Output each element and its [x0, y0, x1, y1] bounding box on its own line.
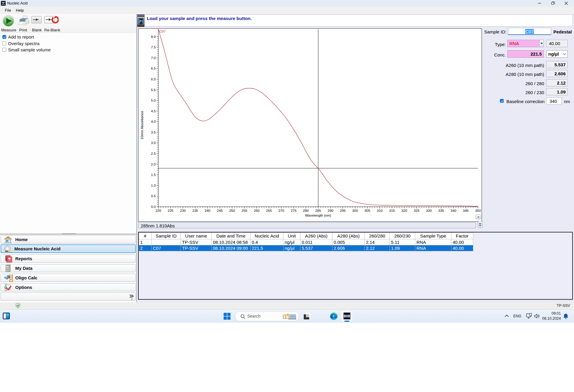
svg-text:2.0: 2.0: [151, 163, 156, 166]
svg-text:300: 300: [352, 209, 358, 212]
svg-text:1.5: 1.5: [151, 173, 156, 177]
svg-text:240: 240: [204, 209, 210, 212]
svg-text:350: 350: [475, 209, 481, 212]
svg-text:5.5: 5.5: [151, 88, 156, 92]
svg-text:3.0: 3.0: [151, 141, 156, 145]
svg-text:320: 320: [402, 209, 407, 212]
svg-text:245: 245: [217, 209, 223, 212]
svg-text:6.5: 6.5: [151, 67, 156, 70]
svg-text:250: 250: [229, 209, 235, 212]
svg-text:345: 345: [463, 209, 468, 212]
svg-text:8.0: 8.0: [151, 35, 156, 39]
svg-text:C07: C07: [159, 30, 166, 33]
svg-text:305: 305: [364, 209, 370, 212]
svg-text:260: 260: [254, 209, 259, 212]
svg-text:10mm Absorbance: 10mm Absorbance: [140, 111, 144, 140]
svg-text:7.5: 7.5: [151, 45, 156, 49]
svg-text:290: 290: [328, 209, 333, 212]
svg-text:225: 225: [168, 209, 173, 212]
svg-text:7.0: 7.0: [151, 56, 156, 60]
svg-text:4.5: 4.5: [151, 109, 156, 113]
svg-text:330: 330: [426, 209, 432, 212]
svg-text:325: 325: [414, 209, 419, 212]
svg-text:255: 255: [242, 209, 247, 212]
svg-text:310: 310: [377, 209, 382, 212]
svg-text:1.0: 1.0: [151, 184, 156, 187]
svg-text:315: 315: [389, 209, 395, 212]
svg-text:265: 265: [266, 209, 272, 212]
svg-text:220: 220: [155, 209, 161, 212]
svg-text:4.0: 4.0: [151, 120, 156, 123]
svg-text:270: 270: [278, 209, 284, 212]
svg-text:285: 285: [315, 209, 321, 212]
svg-text:3.5: 3.5: [151, 131, 156, 134]
svg-text:275: 275: [291, 209, 296, 212]
svg-text:Wavelength (nm): Wavelength (nm): [305, 214, 331, 217]
svg-text:230: 230: [180, 209, 186, 212]
svg-text:235: 235: [192, 209, 198, 212]
svg-text:5.0: 5.0: [151, 99, 156, 102]
svg-text:2.5: 2.5: [151, 152, 156, 155]
svg-text:340: 340: [451, 209, 456, 212]
svg-text:0.0: 0.0: [151, 205, 156, 209]
svg-text:6.0: 6.0: [151, 77, 156, 81]
svg-text:280: 280: [303, 209, 309, 212]
svg-text:295: 295: [340, 209, 346, 212]
svg-text:0.5: 0.5: [151, 194, 156, 198]
svg-text:335: 335: [438, 209, 444, 212]
